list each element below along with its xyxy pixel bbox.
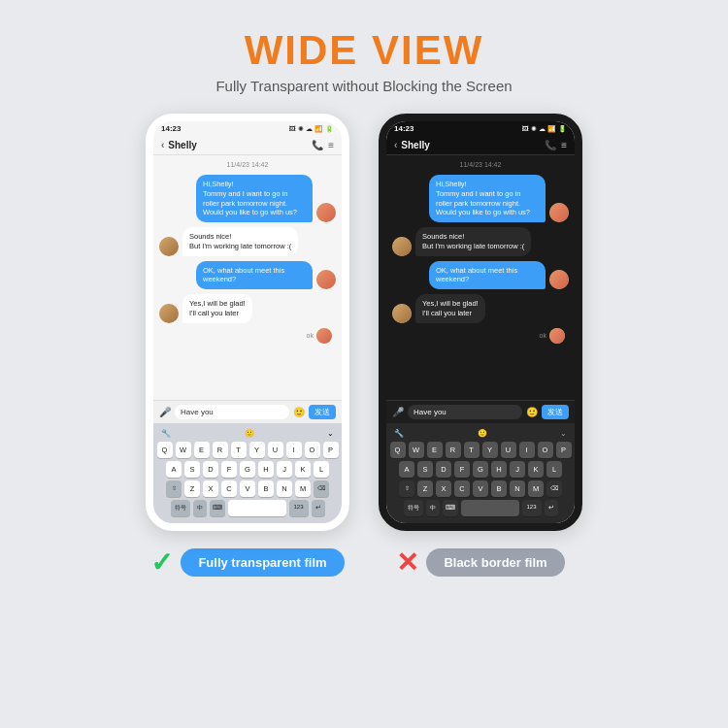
right-key-space[interactable]: [461, 500, 519, 516]
key-g[interactable]: G: [240, 461, 255, 478]
key-d[interactable]: D: [203, 461, 218, 478]
right-key-s[interactable]: S: [417, 461, 433, 478]
right-key-n[interactable]: N: [510, 480, 525, 497]
right-screen: 14:23 🖼 ✺ ☁ 📶 🔋 ‹ Shelly 📞 ≡ 11/4/23 14:…: [386, 121, 575, 523]
key-keyboard[interactable]: ⌨: [210, 500, 225, 516]
left-bubble-sent-2: OK, what about meet this weekend?: [196, 261, 313, 290]
key-n[interactable]: N: [277, 480, 292, 497]
left-status-icons: 🖼 ✺ ☁ 📶 🔋: [289, 125, 334, 133]
key-o[interactable]: O: [305, 442, 320, 458]
key-u[interactable]: U: [268, 442, 283, 458]
key-enter[interactable]: ↵: [312, 500, 325, 516]
left-bubble-sent-1: Hi,Shelly!Tommy and I want to go in roll…: [196, 175, 313, 222]
key-t[interactable]: T: [231, 442, 247, 458]
key-l[interactable]: L: [314, 461, 329, 478]
right-phone: 14:23 🖼 ✺ ☁ 📶 🔋 ‹ Shelly 📞 ≡ 11/4/23 14:…: [379, 114, 582, 531]
right-key-l[interactable]: L: [546, 461, 562, 478]
right-key-g[interactable]: G: [473, 461, 488, 478]
key-y[interactable]: Y: [249, 442, 265, 458]
right-bubble-recv-1: Sounds nice!But I'm working late tomorro…: [415, 227, 531, 256]
right-chat-header: ‹ Shelly 📞 ≡: [386, 136, 575, 155]
key-s[interactable]: S: [184, 461, 200, 478]
right-kb-tool-2: 🙂: [478, 429, 487, 438]
key-backspace[interactable]: ⌫: [314, 480, 329, 497]
right-key-r[interactable]: R: [446, 442, 461, 458]
key-h[interactable]: H: [258, 461, 274, 478]
key-shift[interactable]: ⇧: [166, 480, 182, 497]
key-m[interactable]: M: [295, 480, 311, 497]
left-date-stamp: 11/4/23 14:42: [159, 161, 336, 168]
right-text-input[interactable]: Have you: [408, 405, 522, 419]
right-key-x[interactable]: X: [436, 480, 451, 497]
right-key-m[interactable]: M: [528, 480, 544, 497]
key-f[interactable]: F: [221, 461, 237, 478]
right-key-w[interactable]: W: [409, 442, 424, 458]
right-input-text: Have you: [414, 408, 447, 416]
right-back-arrow: ‹: [394, 140, 397, 150]
right-key-b[interactable]: B: [491, 480, 507, 497]
left-avatar-food-1: [316, 203, 336, 222]
right-key-123[interactable]: 123: [522, 500, 542, 516]
right-key-v[interactable]: V: [473, 480, 488, 497]
key-j[interactable]: J: [277, 461, 292, 478]
right-keyboard-toolbar: 🔧 🙂 ⌄: [388, 427, 573, 440]
left-status-bar: 14:23 🖼 ✺ ☁ 📶 🔋: [153, 121, 342, 136]
right-key-k[interactable]: K: [528, 461, 544, 478]
right-key-c[interactable]: C: [454, 480, 470, 497]
key-v[interactable]: V: [240, 480, 255, 497]
right-phone-icon: 📞: [545, 140, 556, 150]
right-key-shift[interactable]: ⇧: [399, 480, 414, 497]
right-key-p[interactable]: P: [556, 442, 572, 458]
right-key-f[interactable]: F: [454, 461, 470, 478]
right-key-symbols[interactable]: 符号: [404, 500, 423, 516]
key-123[interactable]: 123: [289, 500, 309, 516]
key-a[interactable]: A: [166, 461, 182, 478]
key-chinese[interactable]: 中: [193, 500, 207, 516]
key-space[interactable]: [228, 500, 286, 516]
right-key-z[interactable]: Z: [417, 480, 433, 497]
right-key-keyboard[interactable]: ⌨: [443, 500, 458, 516]
key-p[interactable]: P: [323, 442, 339, 458]
right-key-enter[interactable]: ↵: [545, 500, 558, 516]
left-send-button[interactable]: 发送: [309, 405, 336, 419]
right-key-backspace[interactable]: ⌫: [546, 480, 562, 497]
right-bubble-sent-2: OK, what about meet this weekend?: [429, 261, 546, 290]
right-key-chinese[interactable]: 中: [426, 500, 440, 516]
key-x[interactable]: X: [203, 480, 218, 497]
key-k[interactable]: K: [295, 461, 311, 478]
right-key-h[interactable]: H: [491, 461, 507, 478]
left-menu-icon: ≡: [328, 140, 334, 150]
right-ok-row: ok: [392, 328, 569, 344]
key-i[interactable]: I: [286, 442, 302, 458]
left-ok-text: ok: [307, 332, 314, 339]
key-z[interactable]: Z: [184, 480, 200, 497]
key-c[interactable]: C: [221, 480, 237, 497]
left-bubble-recv-2: Yes,I will be glad!I'll call you later: [182, 294, 252, 323]
right-key-o[interactable]: O: [538, 442, 553, 458]
left-chat-header: ‹ Shelly 📞 ≡: [153, 136, 342, 155]
right-key-a[interactable]: A: [399, 461, 414, 478]
left-emoji-icon: 🙂: [293, 407, 305, 417]
key-e[interactable]: E: [194, 442, 210, 458]
right-input-area: 🎤 Have you 🙂 发送: [386, 400, 575, 423]
right-key-i[interactable]: I: [519, 442, 535, 458]
right-key-q[interactable]: Q: [390, 442, 406, 458]
right-kb-tool-3: ⌄: [560, 429, 567, 438]
right-status-bar: 14:23 🖼 ✺ ☁ 📶 🔋: [386, 121, 575, 136]
right-key-e[interactable]: E: [427, 442, 443, 458]
right-key-j[interactable]: J: [510, 461, 525, 478]
right-send-button[interactable]: 发送: [542, 405, 569, 419]
right-emoji-icon: 🙂: [526, 407, 538, 417]
phones-container: 14:23 🖼 ✺ ☁ 📶 🔋 ‹ Shelly 📞 ≡ 11/4/23 14:…: [146, 114, 582, 579]
left-text-input[interactable]: Have you: [175, 405, 289, 419]
key-r[interactable]: R: [213, 442, 228, 458]
key-symbols[interactable]: 符号: [171, 500, 190, 516]
right-key-u[interactable]: U: [501, 442, 516, 458]
key-w[interactable]: W: [176, 442, 191, 458]
right-key-d[interactable]: D: [436, 461, 451, 478]
key-q[interactable]: Q: [157, 442, 173, 458]
key-b[interactable]: B: [258, 480, 274, 497]
right-key-y[interactable]: Y: [482, 442, 498, 458]
right-row-1: Q W E R T Y U I O P: [388, 442, 573, 458]
right-key-t[interactable]: T: [464, 442, 480, 458]
